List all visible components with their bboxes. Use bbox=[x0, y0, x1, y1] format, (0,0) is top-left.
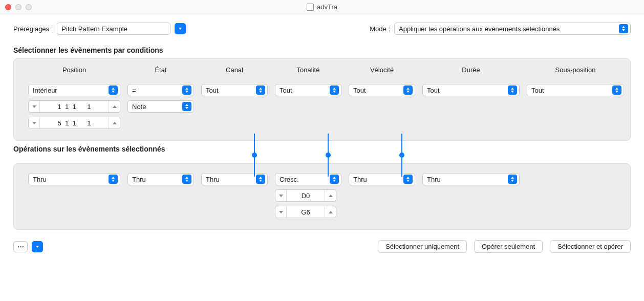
dropdown-arrows-icon bbox=[256, 175, 265, 184]
subposition-cond-select[interactable]: Tout bbox=[527, 84, 624, 96]
preset-name-value: Pitch Pattern Example bbox=[61, 25, 127, 33]
dropdown-arrows-icon bbox=[508, 175, 517, 184]
pitch-op-select[interactable]: Cresc. bbox=[275, 173, 341, 185]
col-state: État bbox=[127, 64, 194, 77]
pitch-cond-value: Tout bbox=[280, 87, 292, 94]
dropdown-arrows-icon bbox=[330, 85, 339, 95]
channel-divider[interactable] bbox=[254, 134, 255, 177]
channel-op-select[interactable]: Thru bbox=[201, 173, 268, 185]
stepper-decrement[interactable] bbox=[275, 206, 287, 218]
channel-cond-value: Tout bbox=[206, 87, 219, 94]
stepper-decrement[interactable] bbox=[29, 117, 40, 128]
more-options-menu[interactable] bbox=[32, 241, 43, 252]
minimize-window-icon[interactable] bbox=[15, 4, 22, 10]
preset-menu-button[interactable] bbox=[175, 23, 186, 34]
length-cond-value: Tout bbox=[427, 87, 440, 94]
stepper-increment[interactable] bbox=[325, 206, 336, 218]
pitch-divider[interactable] bbox=[328, 134, 329, 177]
velocity-op-value: Thru bbox=[353, 176, 367, 183]
col-length: Durée bbox=[422, 64, 520, 77]
state-type-value: Note bbox=[132, 103, 146, 111]
dropdown-arrows-icon bbox=[508, 85, 517, 95]
state-type-select[interactable]: Note bbox=[127, 100, 194, 113]
subposition-cond-value: Tout bbox=[531, 87, 544, 94]
pitch-op-v2: G6 bbox=[287, 208, 325, 216]
dropdown-arrows-icon bbox=[256, 85, 265, 95]
dropdown-arrows-icon bbox=[182, 175, 191, 184]
state-op-select[interactable]: = bbox=[127, 84, 194, 96]
preset-name-field[interactable]: Pitch Pattern Example bbox=[57, 23, 170, 35]
velocity-cond-value: Tout bbox=[353, 87, 366, 94]
dropdown-arrows-icon bbox=[109, 85, 118, 95]
col-channel: Canal bbox=[201, 64, 268, 77]
pitch-op-v2-stepper[interactable]: G6 bbox=[275, 206, 336, 218]
velocity-op-select[interactable]: Thru bbox=[349, 173, 415, 185]
pitch-op-value: Cresc. bbox=[280, 176, 299, 183]
stepper-decrement[interactable] bbox=[29, 101, 40, 112]
dropdown-arrows-icon bbox=[612, 85, 621, 95]
state-op-value: = bbox=[132, 87, 136, 94]
mode-select[interactable]: Appliquer les opérations aux évènements … bbox=[394, 23, 631, 35]
position-op-select[interactable]: Thru bbox=[28, 173, 120, 185]
velocity-cond-select[interactable]: Tout bbox=[349, 84, 415, 96]
length-op-select[interactable]: Thru bbox=[422, 173, 520, 185]
channel-cond-select[interactable]: Tout bbox=[201, 84, 268, 96]
position-start-stepper[interactable]: 1 1 1 1 bbox=[28, 100, 120, 113]
velocity-divider[interactable] bbox=[401, 134, 402, 177]
pitch-op-v1: D0 bbox=[287, 192, 325, 200]
mode-label: Mode : bbox=[370, 25, 390, 33]
stepper-increment[interactable] bbox=[109, 101, 120, 112]
state-op-value: Thru bbox=[132, 176, 146, 183]
position-start-value: 1 1 1 1 bbox=[40, 103, 109, 111]
col-pitch: Tonalité bbox=[275, 64, 341, 77]
dropdown-arrows-icon bbox=[330, 175, 339, 184]
length-cond-select[interactable]: Tout bbox=[422, 84, 520, 96]
position-mode-select[interactable]: Intérieur bbox=[28, 84, 120, 96]
conditions-heading: Sélectionner les évènements par conditio… bbox=[13, 46, 631, 54]
select-only-button[interactable]: Sélectionner uniquement bbox=[378, 240, 467, 253]
position-mode-value: Intérieur bbox=[33, 87, 57, 94]
stepper-increment[interactable] bbox=[109, 117, 120, 128]
position-end-value: 5 1 1 1 bbox=[40, 119, 109, 127]
maximize-window-icon[interactable] bbox=[26, 4, 32, 10]
window-controls bbox=[5, 4, 32, 10]
operate-only-button[interactable]: Opérer seulement bbox=[474, 240, 543, 253]
titlebar: advTra bbox=[0, 0, 644, 14]
conditions-panel: Position État Canal Tonalité Vélocité Du… bbox=[13, 58, 631, 141]
dropdown-arrows-icon bbox=[403, 85, 413, 95]
state-op-select[interactable]: Thru bbox=[127, 173, 194, 185]
col-subposition: Sous-position bbox=[527, 64, 624, 77]
dropdown-arrows-icon bbox=[182, 102, 191, 111]
dropdown-arrows-icon bbox=[403, 175, 413, 184]
mode-value: Appliquer les opérations aux évènements … bbox=[399, 25, 560, 33]
ellipsis-icon: ⋯ bbox=[17, 243, 24, 250]
col-velocity: Vélocité bbox=[349, 64, 415, 77]
document-icon bbox=[307, 4, 314, 11]
length-op-value: Thru bbox=[427, 176, 441, 183]
pitch-cond-select[interactable]: Tout bbox=[275, 84, 341, 96]
pitch-op-v1-stepper[interactable]: D0 bbox=[275, 189, 336, 202]
window-title-text: advTra bbox=[317, 3, 337, 11]
position-op-value: Thru bbox=[33, 176, 47, 183]
col-position: Position bbox=[28, 64, 120, 77]
select-and-operate-button[interactable]: Sélectionner et opérer bbox=[550, 240, 631, 253]
channel-op-value: Thru bbox=[206, 176, 220, 183]
stepper-increment[interactable] bbox=[325, 190, 336, 201]
stepper-decrement[interactable] bbox=[275, 190, 287, 201]
between-panels bbox=[13, 141, 631, 169]
presets-label: Préréglages : bbox=[13, 25, 53, 33]
window-title: advTra bbox=[0, 3, 644, 11]
dropdown-arrows-icon bbox=[619, 24, 628, 33]
dropdown-arrows-icon bbox=[109, 175, 118, 184]
dropdown-arrows-icon bbox=[182, 85, 191, 95]
close-window-icon[interactable] bbox=[5, 4, 11, 10]
operations-panel: Thru Thru Thru Cresc. bbox=[13, 163, 631, 230]
more-options-button[interactable]: ⋯ bbox=[13, 241, 28, 252]
position-end-stepper[interactable]: 5 1 1 1 bbox=[28, 117, 120, 129]
